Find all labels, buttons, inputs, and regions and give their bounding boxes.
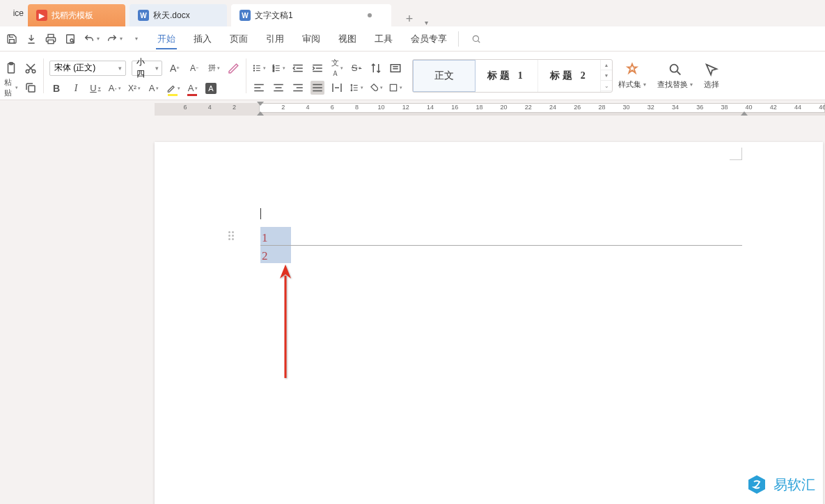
emphasis-icon[interactable]: A· [108,81,122,95]
number-list-icon[interactable]: 123 [272,61,285,75]
menu-page[interactable]: 页面 [228,29,249,49]
doc-text-line1[interactable]: 1 [262,231,268,245]
font-name-select[interactable]: 宋体 (正文) [49,61,126,76]
print-icon[interactable] [45,33,57,45]
horizontal-rule [260,245,742,246]
font-color-icon[interactable]: A [186,81,200,95]
style-heading2[interactable]: 标题 2 [538,60,601,92]
show-marks-icon[interactable] [388,61,402,75]
menu-review[interactable]: 审阅 [301,29,322,49]
border-icon[interactable] [388,81,402,95]
output-icon[interactable] [25,33,38,45]
tab-doc-1[interactable]: W 秋天.docx [129,4,227,26]
ruler-tick: 18 [476,104,482,111]
text-direction-icon[interactable]: 文Ａ [330,61,344,75]
tab-label: 文字文稿1 [255,10,293,22]
watermark: 易软汇 [746,473,815,496]
doc-text-line2[interactable]: 2 [262,249,268,263]
outdent-icon[interactable] [291,61,305,75]
underline-icon[interactable]: U [88,81,102,95]
highlight-icon[interactable] [166,81,180,95]
menu-insert[interactable]: 插入 [192,29,213,49]
horizontal-ruler[interactable]: 6422468101214161820222426283032343638404… [155,103,825,116]
menu-view[interactable]: 视图 [337,29,358,49]
tab-doc-2[interactable]: W 文字文稿1 [231,4,391,26]
paste-button[interactable]: 粘贴 [4,81,18,95]
bold-icon[interactable]: B [49,81,63,95]
document-page[interactable]: 1 2 [155,142,823,504]
menu-start[interactable]: 开始 [156,29,177,49]
sort-icon[interactable] [369,61,383,75]
redo-button[interactable]: ▾ [107,33,123,45]
font-effects-icon[interactable]: A [147,81,161,95]
grow-font-icon[interactable]: A+ [168,61,182,75]
chevron-down-icon: ▾ [97,36,100,42]
strikethrough-icon[interactable]: S [349,61,363,75]
ruler-tick: 40 [746,104,753,111]
right-indent-marker[interactable] [741,111,748,116]
menu-member[interactable]: 会员专享 [409,29,448,49]
styleset-label: 样式集 [618,79,641,90]
clear-format-icon[interactable] [226,61,240,75]
select-label: 选择 [704,79,719,90]
menu-bar: ▾ ▾ ▾ 开始 插入 页面 引用 审阅 视图 工具 会员专享 [0,26,825,52]
svg-point-8 [253,65,254,65]
style-normal[interactable]: 正文 [413,60,476,92]
watermark-text: 易软汇 [773,475,815,494]
ruler-tick: 26 [574,104,581,111]
ruler-tick: 4 [306,104,309,111]
align-right-icon[interactable] [291,81,305,95]
char-shading-icon[interactable]: A [205,83,217,94]
paragraph-group: 123 文Ａ S [248,57,407,95]
font-size-select[interactable]: 小四 [132,61,162,76]
text-cursor [260,208,261,219]
tab-templates[interactable]: ▶ 找稻壳模板 [28,4,125,26]
new-tab-button[interactable]: + [400,12,419,26]
ruler-tick: 30 [623,104,630,111]
menu-ref[interactable]: 引用 [265,29,285,49]
phonetic-icon[interactable]: 拼 [207,61,221,75]
superscript-icon[interactable]: X² [127,81,141,95]
hanging-indent-marker[interactable] [257,111,264,116]
align-center-icon[interactable] [272,81,285,95]
style-heading1[interactable]: 标题 1 [476,60,538,92]
search-button[interactable] [469,33,481,45]
align-justify-icon[interactable] [311,81,324,95]
align-left-icon[interactable] [252,81,266,95]
find-replace-button[interactable]: 查找替换▾ [652,59,698,93]
styleset-button[interactable]: 样式集▾ [613,59,652,93]
cut-icon[interactable] [24,61,38,75]
drag-handle-icon[interactable] [228,231,234,240]
paste-icon[interactable] [4,61,18,75]
menu-items: 开始 插入 页面 引用 审阅 视图 工具 会员专享 [156,29,448,49]
copy-icon[interactable] [24,81,38,95]
tab-menu-button[interactable]: ▾ [419,19,433,26]
ribbon: 粘贴 宋体 (正文) 小四 A+ A− 拼 B I U A· X² A A A [0,52,825,100]
indent-icon[interactable] [311,61,324,75]
paste-label: 粘贴 [4,77,14,98]
undo-button[interactable]: ▾ [84,33,100,45]
preview-icon[interactable] [64,33,77,45]
bullet-list-icon[interactable] [252,61,266,75]
ruler-tick: 2 [233,104,236,111]
annotation-arrow-icon [277,263,294,384]
svg-point-9 [253,68,254,68]
shading-icon[interactable] [369,81,383,95]
line-spacing-icon[interactable] [349,81,363,95]
save-icon[interactable] [6,33,18,45]
select-button[interactable]: 选择 [698,59,725,93]
menu-tool[interactable]: 工具 [373,29,394,49]
ruler-tick: 42 [770,104,777,111]
italic-icon[interactable]: I [69,81,83,95]
style-gallery: 正文 标题 1 标题 2 ▴▾⌄ [412,59,613,93]
svg-point-5 [26,70,29,73]
qat-more-icon[interactable]: ▾ [135,36,138,42]
color-swatch [187,94,197,96]
first-line-indent-marker[interactable] [257,102,264,106]
distribute-icon[interactable] [330,81,344,95]
ruler-tick: 14 [427,104,434,111]
ruler-tick: 8 [355,104,359,111]
style-gallery-spinner[interactable]: ▴▾⌄ [601,60,612,91]
tab-label: 秋天.docx [153,10,190,22]
shrink-font-icon[interactable]: A− [187,61,201,75]
